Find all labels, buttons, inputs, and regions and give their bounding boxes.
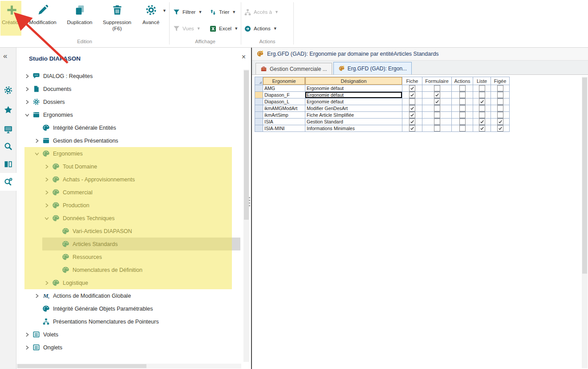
checkbox-figee-unchecked[interactable] bbox=[497, 98, 503, 105]
checkbox-figee-unchecked[interactable] bbox=[497, 85, 503, 91]
tree-item-vari-articles-diapason[interactable]: Vari-Articles DIAPASON bbox=[16, 225, 240, 238]
close-panel-button[interactable]: × bbox=[242, 53, 246, 61]
cell-figee[interactable] bbox=[491, 125, 510, 132]
chevron-right-icon[interactable] bbox=[24, 98, 31, 106]
column-header-ergonomie[interactable]: Ergonomie bbox=[263, 77, 305, 85]
chevron-down-icon[interactable] bbox=[33, 150, 41, 157]
checkbox-liste-checked[interactable] bbox=[479, 98, 485, 105]
cell-actions[interactable] bbox=[452, 92, 473, 98]
tree-item-ergonomies[interactable]: Ergonomies bbox=[16, 108, 240, 121]
checkbox-liste-unchecked[interactable] bbox=[479, 85, 485, 91]
chevron-right-icon[interactable] bbox=[33, 137, 41, 144]
cell-ergonomie[interactable]: ikmAMGModArt bbox=[263, 105, 305, 112]
checkbox-formulaire-unchecked[interactable] bbox=[434, 105, 440, 111]
tree-item-actions-de-modification-globale[interactable]: Actions de Modification Globale bbox=[16, 289, 240, 302]
checkbox-figee-unchecked[interactable] bbox=[497, 105, 503, 111]
cell-fiche[interactable] bbox=[402, 112, 422, 119]
cell-figee[interactable] bbox=[491, 119, 510, 125]
cell-actions[interactable] bbox=[452, 98, 473, 105]
tree-item-production[interactable]: Production bbox=[16, 199, 240, 212]
checkbox-formulaire-checked[interactable] bbox=[434, 92, 440, 98]
checkbox-liste-checked[interactable] bbox=[479, 125, 485, 131]
cell-formulaire[interactable] bbox=[422, 112, 452, 119]
column-header-actions[interactable]: Actions bbox=[452, 77, 473, 85]
tree-item-presentations-nomenclatures-de-pointeurs[interactable]: Présentations Nomenclatures de Pointeurs bbox=[16, 315, 240, 328]
checkbox-actions-unchecked[interactable] bbox=[459, 119, 466, 125]
cell-figee[interactable] bbox=[491, 105, 510, 112]
row-selector[interactable] bbox=[255, 92, 263, 98]
checkbox-fiche-unchecked[interactable] bbox=[409, 98, 415, 105]
tree-item-integrite-generale-entites[interactable]: Intégrité Générale Entités bbox=[16, 121, 240, 134]
cell-formulaire[interactable] bbox=[422, 92, 452, 98]
duplication-button[interactable]: Duplication bbox=[62, 1, 97, 38]
checkbox-actions-unchecked[interactable] bbox=[459, 112, 466, 118]
chevron-right-icon[interactable] bbox=[24, 331, 31, 338]
avance-button[interactable]: Avancé ▼ bbox=[137, 1, 165, 38]
excel-button[interactable]: Excel ▼ bbox=[209, 23, 238, 34]
tree-horizontal-scrollbar[interactable] bbox=[16, 364, 241, 369]
creation-button[interactable]: Création bbox=[1, 1, 22, 38]
checkbox-formulaire-unchecked[interactable] bbox=[434, 112, 440, 118]
cell-liste[interactable] bbox=[473, 85, 491, 92]
tree-item-achats-approvisionnements[interactable]: Achats - Approvisionnements bbox=[16, 173, 240, 186]
chevron-right-icon[interactable] bbox=[24, 73, 31, 80]
column-header-figee[interactable]: Figée bbox=[491, 77, 510, 85]
sidebar-layout-button[interactable] bbox=[0, 155, 16, 173]
scrollbar-thumb[interactable] bbox=[17, 364, 146, 368]
chevron-right-icon[interactable] bbox=[43, 202, 50, 209]
tree-item-logistique[interactable]: Logistique bbox=[16, 276, 240, 289]
checkbox-actions-unchecked[interactable] bbox=[459, 92, 466, 98]
suppression-button[interactable]: Suppression (F6) bbox=[98, 1, 136, 38]
table-corner-cell[interactable] bbox=[255, 77, 263, 85]
tree-item-donnees-techniques[interactable]: Données Techniques bbox=[16, 212, 240, 225]
row-selector[interactable] bbox=[255, 125, 263, 132]
cell-fiche[interactable] bbox=[402, 125, 422, 132]
modification-button[interactable]: Modification bbox=[24, 1, 61, 38]
row-selector[interactable] bbox=[255, 119, 263, 125]
column-header-designation[interactable]: Désignation bbox=[305, 77, 402, 85]
tree-item-documents[interactable]: Documents bbox=[16, 82, 240, 95]
cell-figee[interactable] bbox=[491, 85, 510, 92]
chevron-right-icon[interactable] bbox=[43, 279, 50, 287]
scrollbar-thumb[interactable] bbox=[582, 78, 587, 274]
column-header-formulaire[interactable]: Formulaire bbox=[422, 77, 452, 85]
checkbox-fiche-checked[interactable] bbox=[409, 92, 415, 98]
tree-item-nomenclatures-de-definition[interactable]: Nomenclatures de Définition bbox=[16, 263, 240, 276]
checkbox-liste-unchecked[interactable] bbox=[479, 105, 485, 111]
checkbox-formulaire-unchecked[interactable] bbox=[434, 125, 440, 131]
vues-button[interactable]: Vues ▼ bbox=[173, 23, 201, 34]
cell-fiche[interactable] bbox=[402, 92, 422, 98]
cell-ergonomie[interactable]: ikmArtSimp bbox=[263, 112, 305, 119]
checkbox-actions-unchecked[interactable] bbox=[459, 125, 466, 131]
tree-item-commercial[interactable]: Commercial bbox=[16, 186, 240, 199]
tree-vertical-scrollbar[interactable] bbox=[243, 70, 249, 362]
row-selector[interactable] bbox=[255, 85, 263, 92]
checkbox-actions-unchecked[interactable] bbox=[459, 98, 466, 105]
cell-designation[interactable]: Gestion Standard bbox=[305, 119, 402, 125]
checkbox-fiche-checked[interactable] bbox=[409, 125, 415, 131]
chevron-right-icon[interactable] bbox=[24, 344, 31, 351]
cell-ergonomie[interactable]: ISIA bbox=[263, 119, 305, 125]
cell-ergonomie[interactable]: AMG bbox=[263, 85, 305, 92]
chevron-right-icon[interactable] bbox=[43, 189, 50, 196]
cell-actions[interactable] bbox=[452, 105, 473, 112]
checkbox-liste-checked[interactable] bbox=[479, 119, 485, 125]
cell-fiche[interactable] bbox=[402, 85, 422, 92]
checkbox-figee-checked[interactable] bbox=[497, 119, 503, 125]
tab-gestion-commerciale[interactable]: Gestion Commerciale ... bbox=[255, 63, 332, 74]
checkbox-fiche-checked[interactable] bbox=[409, 85, 415, 91]
sidebar-desktop-button[interactable] bbox=[0, 120, 16, 138]
chevron-down-icon[interactable] bbox=[43, 215, 50, 222]
row-selector[interactable] bbox=[255, 105, 263, 112]
cell-liste[interactable] bbox=[473, 98, 491, 105]
cell-designation[interactable]: Ergonomie défaut bbox=[305, 85, 402, 92]
chevron-right-icon[interactable] bbox=[24, 86, 31, 93]
checkbox-figee-unchecked[interactable] bbox=[497, 112, 503, 118]
cell-ergonomie[interactable]: Diapason_L bbox=[263, 98, 305, 105]
sidebar-settings-button[interactable] bbox=[0, 81, 16, 99]
sidebar-favorites-button[interactable] bbox=[0, 101, 16, 119]
cell-ergonomie[interactable]: ISIA-MINI bbox=[263, 125, 305, 132]
cell-figee[interactable] bbox=[491, 112, 510, 119]
checkbox-formulaire-unchecked[interactable] bbox=[434, 119, 440, 125]
tree-item-dialog-requetes[interactable]: DIALOG : Requêtes bbox=[16, 70, 240, 82]
